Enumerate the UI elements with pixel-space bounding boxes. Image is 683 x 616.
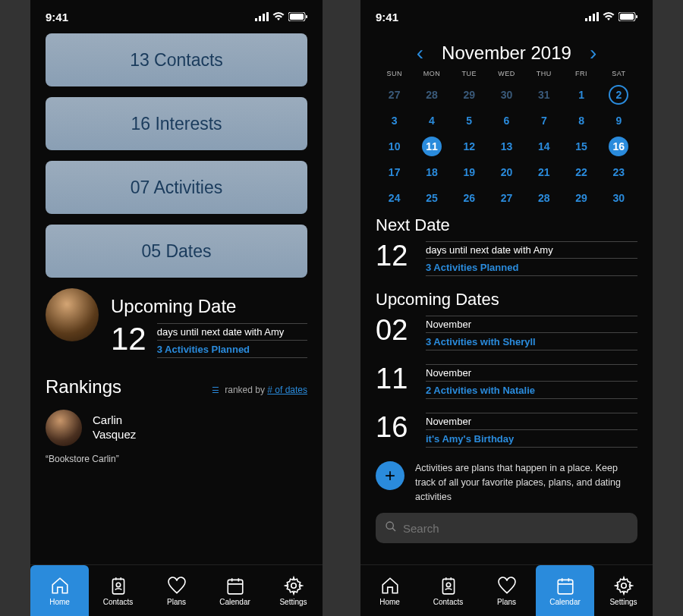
svg-rect-11 (585, 18, 587, 21)
upcoming-activities-link[interactable]: 3 Activities Planned (157, 344, 307, 358)
svg-rect-1 (259, 16, 261, 21)
date-desc[interactable]: 3 Activities with Sheryll (426, 336, 637, 350)
tab-contacts[interactable]: Contacts (419, 565, 477, 616)
sort-icon: ☰ (212, 385, 219, 395)
wifi-icon (603, 11, 615, 24)
tab-settings[interactable]: Settings (594, 565, 653, 616)
calendar-dow: SUN (376, 70, 413, 77)
calendar-day[interactable]: 24 (376, 188, 413, 208)
calendar-day[interactable]: 27 (488, 188, 525, 208)
calendar-day[interactable]: 4 (413, 111, 450, 130)
avatar[interactable] (46, 288, 99, 341)
month-label: November 2019 (442, 42, 571, 64)
calendar-day[interactable]: 11 (413, 137, 450, 156)
upcoming-days: 12 (111, 323, 146, 355)
tab-home[interactable]: Home (30, 565, 89, 616)
calendar-header: ‹ November 2019 › (376, 41, 637, 65)
calendar-day[interactable]: 30 (488, 85, 525, 105)
svg-rect-2 (263, 14, 265, 21)
calendar-day[interactable]: 3 (376, 111, 413, 130)
tab-calendar[interactable]: Calendar (206, 565, 264, 616)
calendar-day[interactable]: 6 (488, 111, 525, 130)
calendar-days: 2728293031123456789101112131415161718192… (376, 85, 637, 208)
tab-home[interactable]: Home (360, 565, 419, 616)
date-num: 16 (376, 413, 415, 442)
calendar-day[interactable]: 26 (451, 188, 488, 208)
status-time: 9:41 (46, 11, 68, 24)
tab-calendar[interactable]: Calendar (536, 565, 594, 616)
upcoming-date-item[interactable]: 02November3 Activities with Sheryll (376, 316, 637, 354)
calendar-day[interactable]: 14 (525, 137, 562, 156)
calendar-dow: TUE (451, 70, 488, 77)
battery-icon (288, 11, 307, 24)
tab-plans[interactable]: Plans (477, 565, 536, 616)
heart-icon (497, 576, 517, 596)
calendar-day[interactable]: 9 (600, 111, 637, 130)
calendar-icon (556, 576, 575, 596)
prev-month-button[interactable]: ‹ (417, 41, 423, 65)
calendar-day[interactable]: 10 (376, 137, 413, 156)
calendar-day[interactable]: 28 (413, 85, 450, 105)
calendar-day[interactable]: 29 (451, 85, 488, 105)
next-month-button[interactable]: › (590, 41, 596, 65)
battery-icon (618, 11, 637, 24)
calendar-day[interactable]: 1 (562, 85, 600, 105)
calendar-day[interactable]: 16 (600, 137, 637, 156)
card-dates[interactable]: 05 Dates (46, 225, 307, 278)
date-desc[interactable]: 2 Activities with Natalie (426, 385, 637, 399)
calendar-day[interactable]: 2 (600, 85, 637, 105)
calendar-day[interactable]: 15 (562, 137, 600, 156)
tab-bar: Home Contacts Plans Calendar Settings (30, 564, 323, 616)
ranking-item[interactable]: Carlin Vasquez (46, 410, 307, 446)
calendar-day[interactable]: 13 (488, 137, 525, 156)
calendar-day[interactable]: 22 (562, 162, 600, 182)
add-button[interactable]: + (376, 461, 404, 490)
calendar-day[interactable]: 28 (525, 188, 562, 208)
calendar-day[interactable]: 12 (451, 137, 488, 156)
search-input[interactable] (403, 522, 628, 535)
avatar (46, 410, 82, 446)
ranked-by[interactable]: ☰ ranked by # of dates (212, 385, 307, 395)
upcoming-date-item[interactable]: 16Novemberit's Amy's Birthday (376, 413, 637, 451)
status-indicators (255, 11, 307, 24)
svg-point-22 (621, 583, 626, 588)
calendar-day[interactable]: 30 (600, 188, 637, 208)
card-contacts[interactable]: 13 Contacts (46, 33, 307, 86)
status-bar: 9:41 (30, 0, 323, 33)
tab-plans[interactable]: Plans (147, 565, 206, 616)
svg-rect-0 (255, 18, 257, 21)
calendar-day[interactable]: 5 (451, 111, 488, 130)
next-date-title: Next Date (376, 215, 637, 235)
tab-contacts[interactable]: Contacts (89, 565, 147, 616)
svg-point-8 (116, 583, 120, 586)
calendar-day[interactable]: 17 (376, 162, 413, 182)
home-content: 13 Contacts 16 Interests 07 Activities 0… (30, 33, 323, 564)
calendar-day[interactable]: 19 (451, 162, 488, 182)
ranked-by-metric[interactable]: # of dates (267, 385, 307, 395)
calendar-day[interactable]: 8 (562, 111, 600, 130)
next-date-link[interactable]: 3 Activities Planned (426, 262, 637, 276)
calendar-day[interactable]: 27 (376, 85, 413, 105)
calendar-day[interactable]: 21 (525, 162, 562, 182)
calendar-day[interactable]: 20 (488, 162, 525, 182)
calendar-day[interactable]: 25 (413, 188, 450, 208)
next-date: 12 days until next date with Amy 3 Activ… (376, 241, 637, 279)
date-num: 11 (376, 364, 415, 393)
search-bar[interactable] (376, 513, 637, 543)
calendar-icon (225, 576, 245, 596)
calendar-dow: WED (488, 70, 525, 77)
calendar-day[interactable]: 29 (562, 188, 600, 208)
upcoming-date-item[interactable]: 11November2 Activities with Natalie (376, 364, 637, 402)
card-activities[interactable]: 07 Activities (46, 161, 307, 214)
date-desc[interactable]: it's Amy's Birthday (426, 433, 637, 448)
wifi-icon (272, 11, 285, 24)
calendar-day[interactable]: 18 (413, 162, 450, 182)
calendar-day[interactable]: 31 (525, 85, 562, 105)
card-interests[interactable]: 16 Interests (46, 97, 307, 150)
tab-settings[interactable]: Settings (264, 565, 323, 616)
svg-point-10 (291, 583, 296, 588)
rankings-title: Rankings (46, 376, 121, 398)
calendar-day[interactable]: 7 (525, 111, 562, 130)
calendar-day[interactable]: 23 (600, 162, 637, 182)
ranking-firstname: Carlin (93, 413, 136, 428)
